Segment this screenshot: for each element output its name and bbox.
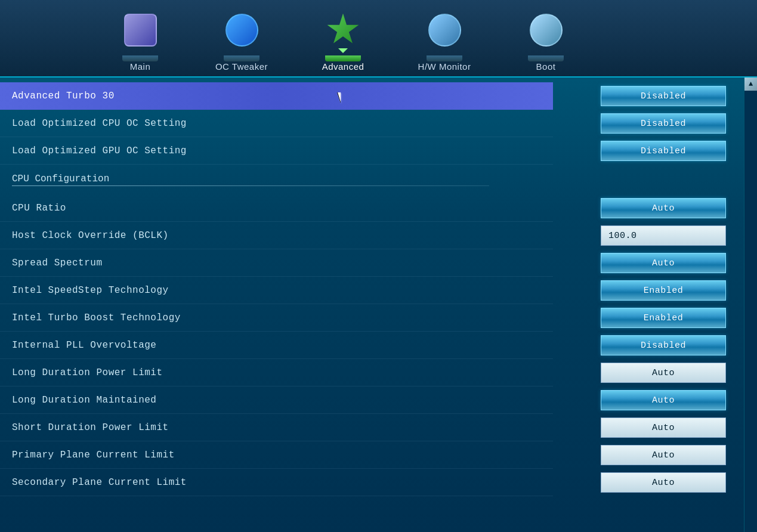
values-panel: Disabled Disabled Disabled Auto 100.0 [553,78,744,532]
value-row-8: Enabled [553,304,744,332]
value-row-9: Disabled [553,332,744,359]
row-secondary-plane[interactable]: Secondary Plane Current Limit [0,469,553,496]
oc-tweaker-icon [221,9,262,51]
label-load-gpu-oc: Load Optimized GPU OC Setting [12,146,187,156]
top-navigation: Main OC Tweaker Advanced [0,0,757,78]
value-row-5: 100.0 [553,222,744,249]
value-spread-spectrum[interactable]: Auto [601,253,726,273]
value-row-14: Auto [553,469,744,496]
label-secondary-plane: Secondary Plane Current Limit [12,477,187,488]
value-intel-speedstep[interactable]: Enabled [601,280,726,301]
main-icon [119,9,161,51]
label-advanced-turbo-30: Advanced Turbo 30 [12,91,115,101]
label-long-duration-power: Long Duration Power Limit [12,367,163,378]
value-row-13: Auto [553,441,744,469]
cpu-config-divider [12,185,489,186]
label-cpu-config: CPU Configuration [12,174,541,184]
nav-label-oc: OC Tweaker [215,61,268,72]
value-short-duration-power[interactable]: Auto [601,417,726,438]
advanced-pedestal [325,55,361,61]
value-row-7: Enabled [553,277,744,304]
label-intel-speedstep: Intel SpeedStep Technology [12,285,169,296]
boot-pedestal [528,55,564,61]
row-cpu-config: CPU Configuration [0,165,553,194]
value-row-0: Disabled [553,82,744,110]
value-row-4: Auto [553,194,744,222]
nav-item-hw-monitor[interactable]: H/W Monitor [394,9,495,72]
row-host-clock[interactable]: Host Clock Override (BCLK) [0,222,553,249]
value-row-2: Disabled [553,137,744,165]
advanced-icon [322,9,364,51]
row-short-duration-power[interactable]: Short Duration Power Limit [0,414,553,441]
row-intel-speedstep[interactable]: Intel SpeedStep Technology [0,277,553,304]
row-long-duration-maintained[interactable]: Long Duration Maintained [0,386,553,414]
value-row-10: Auto [553,359,744,386]
nav-label-boot: Boot [536,61,556,72]
nav-item-oc-tweaker[interactable]: OC Tweaker [191,9,292,72]
nav-item-advanced[interactable]: Advanced [292,9,394,72]
value-secondary-plane[interactable]: Auto [601,472,726,493]
label-intel-turbo-boost: Intel Turbo Boost Technology [12,313,181,323]
scroll-up-button[interactable]: ▲ [744,78,758,91]
row-primary-plane[interactable]: Primary Plane Current Limit [0,441,553,469]
row-intel-turbo-boost[interactable]: Intel Turbo Boost Technology [0,304,553,332]
value-row-1: Disabled [553,110,744,137]
value-section-empty [553,165,744,194]
value-row-6: Auto [553,249,744,277]
row-internal-pll[interactable]: Internal PLL Overvoltage [0,332,553,359]
label-short-duration-power: Short Duration Power Limit [12,422,169,433]
row-cpu-ratio[interactable]: CPU Ratio [0,194,553,222]
hw-pedestal [427,55,462,61]
nav-items: Main OC Tweaker Advanced [0,9,757,72]
row-load-cpu-oc[interactable]: Load Optimized CPU OC Setting [0,110,553,137]
value-long-duration-power[interactable]: Auto [601,363,726,383]
hw-monitor-icon [424,9,465,51]
nav-label-advanced: Advanced [322,61,364,72]
label-spread-spectrum: Spread Spectrum [12,258,103,268]
value-row-11: Auto [553,386,744,414]
settings-panel: Advanced Turbo 30 Load Optimized CPU OC … [0,78,553,532]
scrollbar: ▲ [744,78,757,532]
right-panel: Disabled Disabled Disabled Auto 100.0 [553,78,757,532]
value-load-cpu-oc[interactable]: Disabled [601,113,726,134]
label-cpu-ratio: CPU Ratio [12,203,66,214]
value-intel-turbo-boost[interactable]: Enabled [601,308,726,328]
label-host-clock: Host Clock Override (BCLK) [12,230,169,241]
boot-icon [525,9,567,51]
label-primary-plane: Primary Plane Current Limit [12,450,175,460]
label-load-cpu-oc: Load Optimized CPU OC Setting [12,118,187,129]
row-spread-spectrum[interactable]: Spread Spectrum [0,249,553,277]
row-load-gpu-oc[interactable]: Load Optimized GPU OC Setting [0,137,553,165]
nav-item-main[interactable]: Main [89,9,191,72]
label-internal-pll: Internal PLL Overvoltage [12,340,156,351]
value-primary-plane[interactable]: Auto [601,445,726,465]
value-load-gpu-oc[interactable]: Disabled [601,141,726,161]
row-long-duration-power[interactable]: Long Duration Power Limit [0,359,553,386]
value-internal-pll[interactable]: Disabled [601,335,726,355]
value-host-clock[interactable]: 100.0 [601,225,726,246]
oc-pedestal [224,55,259,61]
main-pedestal [122,55,158,61]
row-advanced-turbo-30[interactable]: Advanced Turbo 30 [0,82,553,110]
label-long-duration-maintained: Long Duration Maintained [12,395,156,406]
nav-label-hw: H/W Monitor [418,61,471,72]
content-area: Advanced Turbo 30 Load Optimized CPU OC … [0,78,757,532]
value-advanced-turbo-30[interactable]: Disabled [601,86,726,106]
value-long-duration-maintained[interactable]: Auto [601,390,726,410]
nav-item-boot[interactable]: Boot [495,9,597,72]
nav-label-main: Main [130,61,151,72]
value-cpu-ratio[interactable]: Auto [601,198,726,218]
value-row-12: Auto [553,414,744,441]
